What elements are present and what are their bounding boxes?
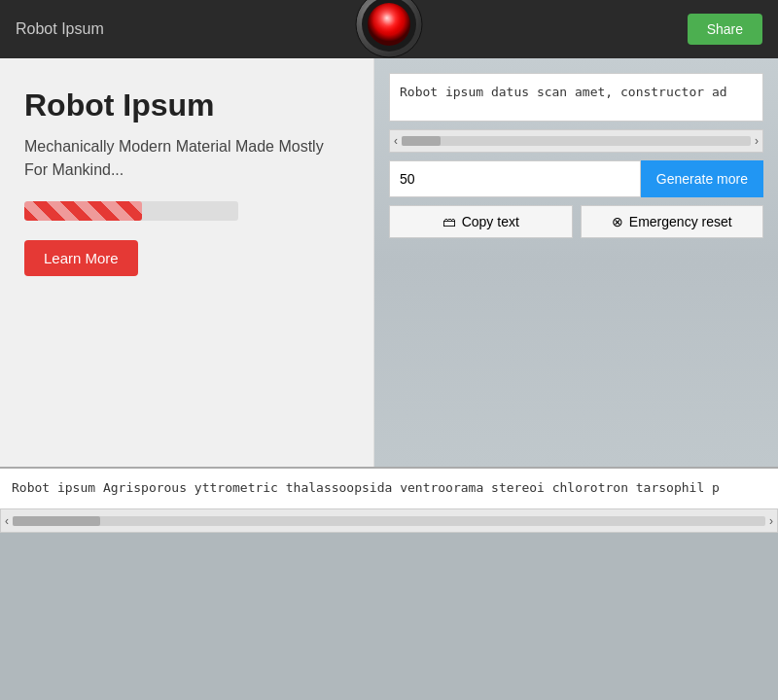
emergency-icon: ⊗ [612,214,623,229]
bottom-scroll-right-icon[interactable]: › [769,514,773,528]
progress-bar-fill [24,201,142,221]
copy-icon: 🗃 [442,214,456,229]
scroll-track[interactable] [402,136,751,146]
bottom-area: Robot ipsum Agrisporous yttrometric thal… [0,467,778,533]
bottom-text-output: Robot ipsum Agrisporous yttrometric thal… [0,469,778,509]
left-panel: Robot Ipsum Mechanically Modern Material… [0,58,374,467]
main-area: Robot Ipsum Mechanically Modern Material… [0,58,778,467]
text-output: Robot ipsum datus scan amet, constructor… [389,73,763,122]
main-subtext: Mechanically Modern Material Made Mostly… [24,135,349,182]
bottom-scroll-thumb[interactable] [13,516,100,526]
copy-text-label: Copy text [462,214,519,229]
bottom-scroll-left-icon[interactable]: ‹ [5,514,9,528]
scroll-thumb[interactable] [402,136,441,146]
action-row: 🗃 Copy text ⊗ Emergency reset [389,205,763,238]
share-button[interactable]: Share [688,14,762,45]
bottom-scrollbar[interactable]: ‹ › [0,509,778,533]
emergency-reset-label: Emergency reset [629,214,732,229]
app-title: Robot Ipsum [16,20,104,38]
svg-point-3 [368,3,410,46]
copy-text-button[interactable]: 🗃 Copy text [389,205,573,238]
learn-more-button[interactable]: Learn More [24,240,138,276]
emergency-reset-button[interactable]: ⊗ Emergency reset [581,205,764,238]
bottom-scroll-track[interactable] [13,516,765,526]
header: Robot Ipsum [0,0,778,58]
main-heading: Robot Ipsum [24,88,349,123]
scroll-right-icon[interactable]: › [755,134,759,148]
hal-eye-logo [355,0,423,58]
scroll-left-icon[interactable]: ‹ [394,134,398,148]
count-input[interactable] [389,160,641,197]
text-scrollbar[interactable]: ‹ › [389,129,763,153]
generate-more-button[interactable]: Generate more [641,160,763,197]
right-panel: Robot ipsum datus scan amet, constructor… [374,58,778,467]
generate-row: Generate more [389,160,763,197]
progress-bar-container [24,201,238,221]
